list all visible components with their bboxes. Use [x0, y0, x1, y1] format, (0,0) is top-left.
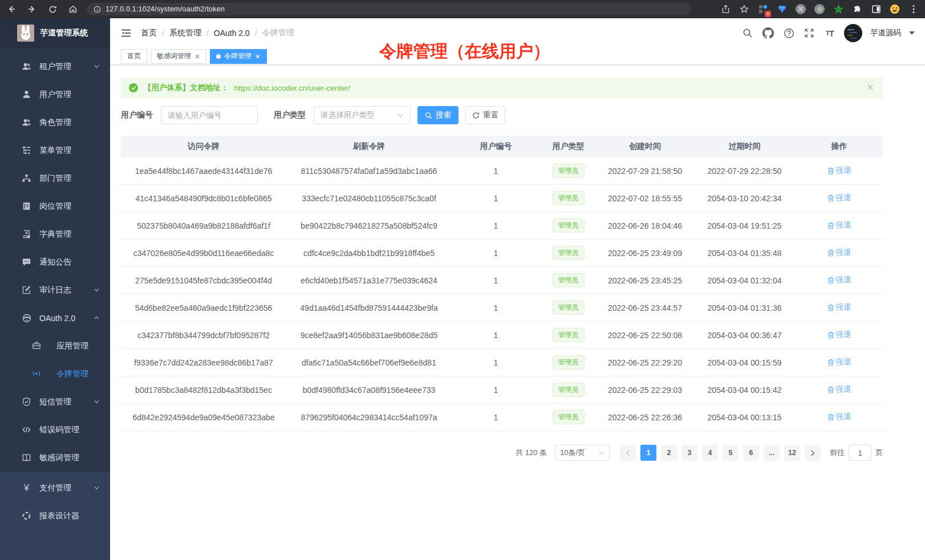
browser-home-icon[interactable] — [67, 3, 79, 15]
sidebar-item-dict[interactable]: 字典管理 — [0, 220, 110, 248]
user-avatar[interactable] — [844, 24, 862, 42]
password-extension-icon[interactable]: 9 — [757, 3, 769, 15]
app-logo — [17, 25, 34, 42]
alert-text: 【用户体系】文档地址： — [144, 83, 229, 93]
gem-extension-icon[interactable] — [776, 3, 788, 15]
user-type-badge: 管理员 — [553, 301, 585, 315]
browser-address-bar[interactable]: 127.0.0.1:1024/system/oauth2/token — [87, 3, 691, 15]
share-icon[interactable] — [720, 3, 731, 15]
sidebar-item-oauth-app[interactable]: 应用管理 — [0, 332, 110, 360]
prev-page-button[interactable] — [620, 445, 636, 461]
chevron-up-icon — [94, 315, 100, 321]
close-icon[interactable] — [867, 84, 875, 92]
page-button[interactable]: 5 — [723, 445, 739, 461]
command-extension-icon[interactable]: ⌘ — [795, 3, 806, 15]
page-button[interactable]: 4 — [702, 445, 718, 461]
more-pages-button[interactable]: ... — [764, 445, 780, 461]
site-info-icon[interactable] — [94, 6, 101, 13]
github-icon[interactable] — [762, 27, 774, 39]
browser-back-icon[interactable] — [6, 3, 17, 15]
font-size-icon[interactable]: TT — [823, 27, 836, 39]
page-button[interactable]: 6 — [743, 445, 759, 461]
reset-button[interactable]: 重置 — [465, 106, 505, 124]
force-logout-button[interactable]: 强退 — [827, 384, 851, 395]
sidebar-item-tenant[interactable]: 租户管理 — [0, 52, 110, 80]
table-row: 502375b8040a469a9b82188afdf6af1f be90422… — [121, 212, 883, 240]
close-icon[interactable] — [194, 54, 200, 59]
user-icon — [22, 90, 31, 99]
browser-toolbar: 127.0.0.1:1024/system/oauth2/token 9 ⌘ — [0, 0, 925, 18]
bookmark-star-icon[interactable] — [739, 3, 750, 15]
browser-forward-icon[interactable] — [26, 3, 38, 15]
table-row: 41c41346a548490f9dc8b01c6bfe0865 333ecfc… — [121, 185, 883, 212]
collapse-sidebar-icon[interactable] — [120, 27, 132, 39]
caret-down-icon[interactable] — [909, 31, 915, 35]
sidebar-item-post[interactable]: 岗位管理 — [0, 192, 110, 220]
tag-sensitive-word[interactable]: 敏感词管理 — [151, 49, 206, 64]
force-logout-button[interactable]: 强退 — [827, 247, 851, 258]
sidebar-item-menu[interactable]: 菜单管理 — [0, 136, 110, 164]
browser-menu-icon[interactable] — [908, 3, 919, 15]
force-logout-button[interactable]: 强退 — [827, 302, 851, 313]
fullscreen-icon[interactable] — [803, 27, 816, 39]
user-id-input[interactable] — [161, 106, 258, 124]
force-logout-button[interactable]: 强退 — [827, 330, 851, 340]
tag-home[interactable]: 首页 — [121, 49, 147, 64]
force-logout-button[interactable]: 强退 — [827, 412, 851, 422]
next-page-button[interactable] — [805, 445, 821, 461]
split-view-icon[interactable] — [870, 3, 882, 15]
goto-page-input[interactable] — [849, 445, 871, 461]
sidebar-item-report-designer[interactable]: 报表设计器 — [0, 502, 110, 530]
sidebar-item-oauth[interactable]: OAuth 2.0 — [0, 304, 110, 332]
sidebar-item-sensitive-word[interactable]: 敏感词管理 — [0, 444, 110, 472]
table-row: 6d842e2924594de9a09e45e087323abe 8796295… — [121, 404, 883, 431]
user-name[interactable]: 芋道源码 — [870, 28, 901, 38]
browser-reload-icon[interactable] — [47, 3, 58, 15]
total-count: 共 120 条 — [516, 448, 547, 458]
green-star-extension-icon[interactable] — [833, 3, 844, 15]
table-row: b0d1785bc3a8482f812db4a3f3bd15ec b0df498… — [121, 376, 883, 404]
sidebar-bottom-section: ¥ 支付管理 报表设计器 — [0, 472, 110, 560]
force-logout-button[interactable]: 强退 — [827, 357, 851, 367]
help-icon[interactable] — [782, 27, 795, 39]
search-icon[interactable] — [741, 27, 754, 39]
emoji-profile-icon[interactable] — [889, 3, 900, 15]
sidebar-item-sms[interactable]: 短信管理 — [0, 388, 110, 416]
chevron-down-icon — [94, 287, 100, 293]
user-type-badge: 管理员 — [553, 191, 585, 205]
user-type-select[interactable]: 请选择用户类型 — [314, 106, 411, 124]
page-button[interactable]: 2 — [661, 445, 677, 461]
user-type-badge: 管理员 — [553, 410, 585, 424]
close-icon[interactable] — [255, 54, 261, 59]
sidebar-item-oauth-token[interactable]: 令牌管理 — [0, 360, 110, 388]
sidebar-item-audit-log[interactable]: 审计日志 — [0, 276, 110, 304]
alert-doc-link[interactable]: https://doc.iocoder.cn/user-center/ — [234, 84, 350, 92]
force-logout-button[interactable]: 强退 — [827, 220, 851, 230]
table-row: 54d6be82ee5a460a9aedc1f9bf223656 49d1aa4… — [121, 294, 883, 322]
force-logout-button[interactable]: 强退 — [827, 165, 851, 176]
breadcrumb-home[interactable]: 首页 — [141, 28, 157, 38]
recorder-extension-icon[interactable] — [814, 3, 825, 15]
sidebar-item-pay[interactable]: ¥ 支付管理 — [0, 474, 110, 502]
sidebar-item-errorcode[interactable]: 错误码管理 — [0, 416, 110, 444]
app-title: 芋道管理系统 — [40, 28, 88, 38]
breadcrumb-oauth[interactable]: OAuth 2.0 — [214, 29, 250, 38]
page-button[interactable]: 12 — [784, 445, 800, 461]
page-button[interactable]: 3 — [681, 445, 697, 461]
app-logo-row[interactable]: 芋道管理系统 — [0, 18, 110, 48]
page-button[interactable]: 1 — [640, 445, 656, 461]
sidebar-item-role[interactable]: 角色管理 — [0, 108, 110, 136]
tag-token[interactable]: 令牌管理 — [210, 49, 267, 64]
search-button[interactable]: 搜索 — [417, 106, 459, 124]
puzzle-extensions-icon[interactable] — [851, 3, 863, 15]
breadcrumb-system[interactable]: 系统管理 — [169, 28, 201, 38]
message-icon — [22, 257, 31, 267]
sidebar-item-dept[interactable]: 部门管理 — [0, 164, 110, 192]
chevron-down-icon — [397, 113, 404, 117]
force-logout-button[interactable]: 强退 — [827, 275, 851, 285]
breadcrumb: 首页 / 系统管理 / OAuth 2.0 / 令牌管理 — [141, 28, 294, 38]
force-logout-button[interactable]: 强退 — [827, 193, 851, 203]
sidebar-item-notice[interactable]: 通知公告 — [0, 248, 110, 276]
page-size-select[interactable]: 10条/页 — [555, 445, 610, 461]
sidebar-item-user[interactable]: 用户管理 — [0, 80, 110, 108]
